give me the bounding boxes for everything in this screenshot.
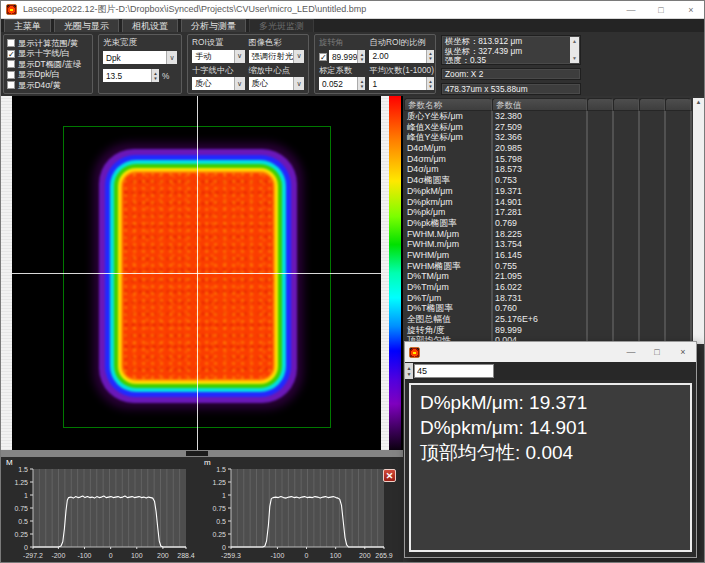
cell-empty — [665, 239, 691, 250]
maximize-button[interactable]: □ — [646, 1, 676, 18]
table-row[interactable]: D%pk/μm17.281 — [404, 207, 692, 218]
checkbox[interactable] — [7, 81, 15, 89]
table-row[interactable]: FWHM.m/μm13.754 — [404, 239, 692, 250]
menu-tab[interactable]: 分析与测量 — [181, 19, 246, 32]
scroll-up-icon[interactable]: ▲ — [696, 99, 702, 105]
cell-param-name: FWHM.M/μm — [404, 229, 492, 240]
svg-text:0.25: 0.25 — [14, 531, 28, 538]
popup-title-bar[interactable]: — □ × — [405, 342, 696, 362]
popup-maximize-button[interactable]: □ — [644, 342, 670, 362]
cell-empty — [587, 111, 613, 122]
table-scrollbar[interactable]: ▲ — [693, 98, 704, 344]
table-row[interactable]: FWHM椭圆率0.755 — [404, 261, 692, 272]
cell-empty — [587, 122, 613, 133]
display-option-row[interactable]: 显示计算范围/黄 — [7, 38, 89, 48]
zoom-center-select[interactable]: 质心 ∨ — [249, 77, 304, 90]
table-row[interactable]: D%T/μm18.731 — [404, 293, 692, 304]
table-row[interactable]: 峰值Y坐标/μm32.366 — [404, 132, 692, 143]
table-row[interactable]: D%pkm/μm14.901 — [404, 197, 692, 208]
menu-tab[interactable]: 相机设置 — [122, 19, 178, 32]
display-option-row[interactable]: 显示D4σ/黄 — [7, 80, 89, 90]
table-row[interactable]: D%Tm/μm16.022 — [404, 282, 692, 293]
display-option-row[interactable]: 显示Dpk/白 — [7, 70, 89, 80]
svg-text:0: 0 — [305, 552, 309, 559]
display-option-row[interactable]: 显示DT椭圆/蓝绿 — [7, 59, 89, 69]
header-cell-empty[interactable] — [665, 98, 691, 111]
table-row[interactable]: 旋转角/度89.999 — [404, 325, 692, 336]
cell-param-name: FWHM.m/μm — [404, 239, 492, 250]
table-row[interactable]: D4σ/μm18.573 — [404, 164, 692, 175]
app-icon — [6, 4, 17, 15]
auto-roi-spinner[interactable]: 2.00 ▲▼ — [369, 50, 434, 63]
cursor-info-line: 强度：0.35 — [445, 56, 569, 66]
image-color-label: 图像色彩 — [249, 37, 304, 49]
header-cell-empty[interactable] — [613, 98, 639, 111]
cell-empty — [613, 218, 639, 229]
image-hscroll[interactable] — [1, 450, 403, 457]
cell-empty — [587, 218, 613, 229]
svg-text:0: 0 — [109, 552, 113, 559]
cell-empty — [587, 293, 613, 304]
header-cell-name[interactable]: 参数名称 — [404, 98, 492, 111]
rotation-spinner[interactable]: 89.999 ▲▼ — [329, 50, 365, 63]
scroll-down-icon[interactable]: ▼ — [572, 54, 577, 64]
cell-empty — [639, 143, 665, 154]
menu-tab[interactable]: 主菜单 — [4, 19, 51, 32]
chart-close-button[interactable]: ✕ — [383, 469, 396, 482]
table-row[interactable]: FWHM.M/μm18.225 — [404, 229, 692, 240]
minimize-button[interactable]: — — [616, 1, 646, 18]
popup-close-button[interactable]: × — [670, 342, 696, 362]
close-button[interactable]: × — [676, 1, 705, 18]
table-row[interactable]: D4σM/μm20.985 — [404, 143, 692, 154]
beam-percent-spinner[interactable]: 13.5 ▲▼ — [103, 69, 159, 82]
popup-input-spinner[interactable]: ▲▼ — [405, 363, 413, 379]
profile-chart-m: m 00.250.50.7511.251.5-259.3-10001002002… — [201, 458, 399, 563]
checkbox[interactable]: ✓ — [7, 50, 15, 58]
table-row[interactable]: D%pk椭圆率0.769 — [404, 218, 692, 229]
header-cell-empty[interactable] — [587, 98, 613, 111]
cell-param-name: D4σ椭圆率 — [404, 175, 492, 186]
menu-tab[interactable]: 光圈与显示 — [54, 19, 119, 32]
cell-empty — [587, 325, 613, 336]
hscroll-thumb[interactable] — [186, 451, 208, 456]
average-count-spinner[interactable]: 1 ▲▼ — [369, 77, 434, 90]
cell-empty — [587, 154, 613, 165]
checkbox[interactable] — [7, 39, 15, 47]
popup-value-input[interactable] — [414, 364, 494, 378]
popup-minimize-button[interactable]: — — [618, 342, 644, 362]
cell-empty — [587, 197, 613, 208]
chart-svg-M: 00.250.50.7511.251.5-297.2-200-100010020… — [3, 462, 197, 561]
checkbox[interactable] — [7, 71, 15, 79]
table-row[interactable]: D4σ椭圆率0.753 — [404, 175, 692, 186]
cell-empty — [639, 122, 665, 133]
image-vscroll-left[interactable] — [1, 96, 12, 450]
display-option-row[interactable]: ✓显示十字线/白 — [7, 49, 89, 59]
table-row[interactable]: D%T椭圆率0.760 — [404, 303, 692, 314]
image-color-select[interactable]: 强调衍射光 ∨ — [249, 50, 304, 63]
crosshair-center-select[interactable]: 质心 ∨ — [192, 77, 245, 90]
table-row[interactable]: 全图总幅值25.176E+6 — [404, 314, 692, 325]
roi-mode-select[interactable]: 手动 ∨ — [192, 50, 245, 63]
info-scrollbar[interactable]: ▲ ▼ — [570, 37, 579, 63]
cell-empty — [613, 261, 639, 272]
table-row[interactable]: D4σm/μm15.798 — [404, 154, 692, 165]
table-row[interactable]: D%TM/μm21.095 — [404, 271, 692, 282]
header-cell-empty[interactable] — [639, 98, 665, 111]
beam-canvas[interactable] — [12, 96, 381, 450]
table-row[interactable]: FWHM/μm16.145 — [404, 250, 692, 261]
chart-svg-m: 00.250.50.7511.251.5-259.3-1000100200265… — [201, 462, 395, 561]
profile-chart-M: M 00.250.50.7511.251.5-297.2-200-1000100… — [3, 458, 199, 563]
scroll-up-icon[interactable]: ▲ — [572, 37, 577, 47]
svg-text:1.5: 1.5 — [18, 466, 28, 473]
calibration-spinner[interactable]: 0.052 ▲▼ — [319, 77, 365, 90]
rotation-checkbox[interactable]: ✓ — [319, 53, 327, 61]
cell-empty — [613, 314, 639, 325]
image-vscroll-right[interactable] — [381, 96, 389, 450]
table-row[interactable]: 峰值X坐标/μm27.509 — [404, 122, 692, 133]
cell-param-value: 18.225 — [492, 229, 587, 240]
checkbox[interactable] — [7, 60, 15, 68]
header-cell-value[interactable]: 参数值 — [492, 98, 587, 111]
beam-method-select[interactable]: Dpk ∨ — [103, 51, 177, 64]
table-row[interactable]: D%pkM/μm19.371 — [404, 186, 692, 197]
table-row[interactable]: 质心Y坐标/μm32.380 — [404, 111, 692, 122]
